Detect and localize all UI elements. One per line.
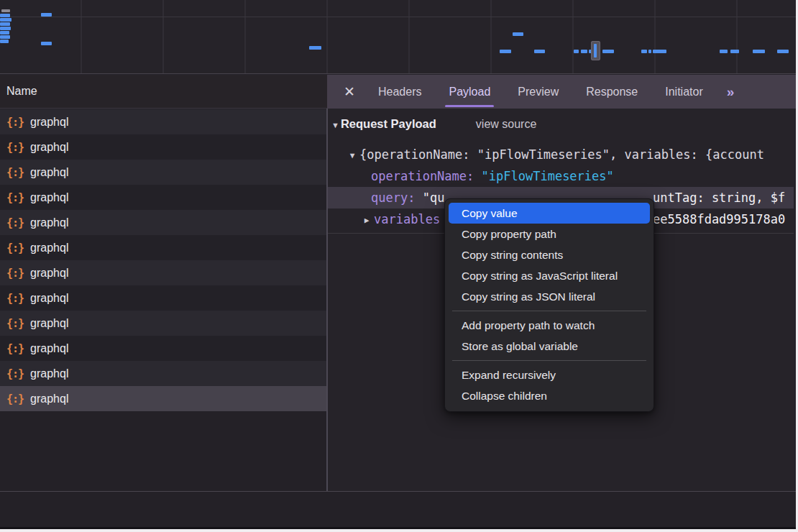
json-braces-icon: {:} (6, 216, 24, 229)
close-icon[interactable]: ✕ (334, 75, 364, 109)
json-braces-icon: {:} (6, 317, 24, 330)
tab-headers[interactable]: Headers (364, 75, 435, 109)
name-column-header[interactable]: Name (6, 85, 37, 98)
section-title: Request Payload (341, 117, 436, 131)
request-table-header: Name (0, 75, 327, 109)
timeline-request-bar (513, 32, 523, 36)
json-braces-icon: {:} (6, 267, 24, 280)
context-menu-item[interactable]: Copy string as JSON literal (449, 286, 650, 307)
request-row[interactable]: {:}graphql (0, 311, 327, 336)
devtools-window: Name ✕ HeadersPayloadPreviewResponseInit… (0, 0, 798, 532)
json-braces-icon: {:} (6, 367, 24, 380)
timeline-request-bar (777, 50, 789, 53)
context-menu-item[interactable]: Add property path to watch (449, 315, 650, 336)
context-menu-item[interactable]: Store as global variable (449, 336, 650, 357)
root-object-preview: {operationName: "ipFlowTimeseries", vari… (359, 147, 764, 162)
timeline-request-bar (0, 35, 10, 39)
timeline-grid (0, 0, 796, 73)
request-name: graphql (30, 216, 68, 229)
request-name: graphql (30, 267, 68, 280)
timeline-request-bar (534, 50, 545, 53)
tab-response[interactable]: Response (572, 75, 651, 109)
window-bottom-edge (0, 527, 796, 529)
request-name: graphql (30, 242, 68, 254)
timeline-request-bar (653, 50, 666, 53)
request-row[interactable]: {:}graphql (0, 210, 327, 235)
menu-separator (452, 311, 646, 311)
timeline-request-bar (41, 42, 52, 45)
property-value-start: "qu (423, 191, 445, 205)
timeline-request-bar (500, 50, 511, 53)
timeline-bar-gray (1, 9, 10, 12)
json-braces-icon: {:} (6, 116, 24, 129)
timeline-request-bar (41, 13, 52, 17)
request-row[interactable]: {:}graphql (0, 285, 327, 311)
network-overview-timeline[interactable] (0, 0, 796, 74)
property-key: query: (371, 191, 415, 205)
timeline-request-bar (0, 22, 10, 26)
request-row[interactable]: {:}graphql (0, 109, 327, 134)
property-preview-end: ee5588fdad995178a0 (653, 208, 785, 230)
context-menu-item[interactable]: Collapse children (449, 385, 650, 406)
timeline-request-bar (602, 50, 614, 53)
payload-row-operation-name[interactable]: operationName: "ipFlowTimeseries" (328, 165, 794, 187)
expander-open-icon[interactable]: ▼ (345, 145, 359, 167)
request-name: graphql (30, 141, 68, 154)
timeline-request-bar (648, 50, 651, 53)
request-row[interactable]: {:}graphql (0, 160, 327, 185)
request-row[interactable]: {:}graphql (0, 361, 327, 386)
context-menu-item[interactable]: Copy value (449, 203, 650, 224)
tab-payload[interactable]: Payload (435, 75, 504, 109)
expander-collapsed-icon[interactable]: ▶ (359, 210, 374, 231)
json-braces-icon: {:} (6, 191, 24, 204)
timeline-request-bar (309, 46, 321, 50)
request-row[interactable]: {:}graphql (0, 134, 327, 160)
more-tabs-icon[interactable]: » (717, 75, 743, 109)
tab-initiator[interactable]: Initiator (651, 75, 716, 109)
payload-root-row[interactable]: ▼{operationName: "ipFlowTimeseries", var… (328, 144, 794, 165)
timeline-hover-marker (591, 41, 600, 60)
request-row[interactable]: {:}graphql (0, 386, 327, 411)
request-name: graphql (30, 191, 68, 204)
request-name: graphql (30, 292, 68, 305)
request-list: {:}graphql{:}graphql{:}graphql{:}graphql… (0, 109, 327, 491)
context-menu-item[interactable]: Expand recursively (449, 364, 650, 385)
timeline-request-bar (0, 14, 10, 17)
json-braces-icon: {:} (6, 242, 24, 254)
request-name: graphql (30, 342, 68, 355)
json-braces-icon: {:} (6, 292, 24, 305)
timeline-gridline-horizontal (0, 17, 796, 17)
property-value-end: untTag: string, $f (653, 187, 785, 208)
timeline-request-bar (641, 50, 647, 53)
json-braces-icon: {:} (6, 141, 24, 154)
context-menu-item[interactable]: Copy string as JavaScript literal (449, 265, 650, 286)
timeline-request-bar (730, 50, 739, 53)
request-row[interactable]: {:}graphql (0, 260, 327, 285)
property-value: "ipFlowTimeseries" (482, 169, 614, 183)
request-row[interactable]: {:}graphql (0, 185, 327, 210)
timeline-request-bar (753, 50, 765, 53)
timeline-request-bar (0, 40, 9, 43)
context-menu-item[interactable]: Copy string contents (449, 244, 650, 265)
request-payload-section-header[interactable]: ▼ Request Payload view source (331, 117, 536, 131)
tab-preview[interactable]: Preview (504, 75, 572, 109)
menu-separator (452, 360, 646, 361)
json-braces-icon: {:} (6, 342, 24, 355)
timeline-request-bar (0, 27, 11, 30)
request-row[interactable]: {:}graphql (0, 235, 327, 260)
context-menu-item[interactable]: Copy property path (449, 224, 650, 244)
request-name: graphql (30, 166, 68, 179)
context-menu: Copy valueCopy property pathCopy string … (444, 198, 654, 412)
devtools-network-panel: Name ✕ HeadersPayloadPreviewResponseInit… (0, 0, 796, 527)
json-braces-icon: {:} (6, 393, 24, 405)
property-key: variables (374, 212, 440, 226)
json-braces-icon: {:} (6, 166, 24, 179)
timeline-marker-bar (594, 44, 597, 58)
timeline-request-bar (574, 50, 579, 53)
section-expander-icon[interactable]: ▼ (331, 121, 339, 129)
status-footer (0, 492, 796, 527)
request-row[interactable]: {:}graphql (0, 336, 327, 361)
timeline-request-bar (581, 50, 587, 53)
request-name: graphql (30, 367, 68, 380)
view-source-link[interactable]: view source (476, 118, 536, 131)
